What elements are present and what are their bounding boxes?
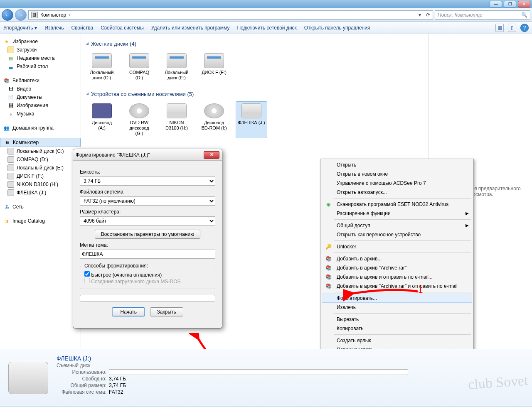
drive-item[interactable]: Локальный диск (E:)	[161, 51, 192, 83]
start-button[interactable]: Начать	[112, 307, 145, 316]
cluster-select[interactable]: 4096 байт	[80, 216, 215, 226]
homegroup-header[interactable]: 👥Домашняя группа	[0, 124, 81, 132]
menu-item-label: Управление с помощью ACDSee Pro 7	[337, 180, 426, 186]
dialog-close-button[interactable]: ✕	[204, 151, 219, 159]
quick-format-checkbox[interactable]: Быстрое (очистка оглавления)	[84, 272, 162, 278]
context-menu-item[interactable]: Открыть автозапуск...	[322, 188, 472, 197]
libraries-header[interactable]: 📚Библиотеки	[0, 76, 81, 85]
context-menu-item[interactable]: Открыть как переносное устройство	[322, 230, 472, 239]
nav-back-button[interactable]: ←	[2, 9, 13, 21]
sidebar-image-catalog[interactable]: ◑Image Catalog	[0, 217, 81, 225]
cd-icon	[129, 103, 149, 118]
view-options-button[interactable]: ▦	[495, 24, 504, 32]
sidebar-video[interactable]: 🎞Видео	[0, 85, 81, 93]
sidebar-drive-j[interactable]: ФЛЕШКА (J:)	[0, 189, 81, 197]
sidebar-documents[interactable]: 📄Документы	[0, 93, 81, 101]
used-label: Использовано:	[57, 369, 106, 375]
capacity-select[interactable]: 3,74 ГБ	[80, 177, 215, 186]
volume-input[interactable]	[80, 250, 215, 259]
catalog-icon: ◑	[3, 218, 10, 224]
context-menu-item[interactable]: Копировать	[322, 324, 472, 333]
close-button[interactable]: ✕	[518, 1, 530, 7]
menu-item-label: Добавить в архив "Archive.rar" и отправи…	[337, 283, 458, 289]
dialog-titlebar[interactable]: Форматирование "ФЛЕШКА (J:)" ✕	[73, 149, 222, 161]
nav-forward-button[interactable]: →	[15, 9, 27, 21]
toolbar: Упорядочить ▾ Извлечь Свойства Свойства …	[0, 22, 532, 34]
context-menu-item[interactable]: 🔑Unlocker	[322, 242, 472, 251]
video-icon: 🎞	[7, 86, 14, 92]
extract-button[interactable]: Извлечь	[44, 25, 64, 31]
uninstall-button[interactable]: Удалить или изменить программу	[151, 25, 230, 31]
close-format-button[interactable]: Закрыть	[150, 307, 183, 316]
breadcrumb-sep: ›	[69, 12, 70, 18]
control-panel-button[interactable]: Открыть панель управления	[304, 25, 370, 31]
context-menu-item[interactable]: Создать ярлык	[322, 336, 472, 345]
properties-button[interactable]: Свойства	[71, 25, 93, 31]
computer-icon: 🖥	[31, 12, 38, 18]
free-value: 3,74 ГБ	[109, 376, 126, 382]
system-properties-button[interactable]: Свойства системы	[101, 25, 144, 31]
context-menu-item[interactable]: 📚Добавить в архив "Archive.rar"	[322, 263, 472, 272]
drive-item[interactable]: Локальный диск (C:)	[86, 51, 118, 83]
fs-value: FAT32	[109, 389, 123, 395]
search-icon[interactable]: 🔍	[521, 12, 527, 18]
context-menu-item[interactable]: 📚Добавить в архив "Archive.rar" и отправ…	[322, 282, 472, 291]
format-options-legend: Способы форматирования:	[84, 263, 148, 269]
sidebar-downloads[interactable]: Загрузки	[0, 46, 81, 54]
context-menu-item[interactable]: ◉Сканировать программой ESET NOD32 Antiv…	[322, 200, 472, 209]
drive-item[interactable]: ФЛЕШКА (J:)	[236, 101, 267, 138]
organize-button[interactable]: Упорядочить ▾	[3, 25, 37, 31]
sidebar-drive-h[interactable]: NIKON D3100 (H:)	[0, 180, 81, 189]
context-menu-item[interactable]: Открыть в новом окне	[322, 169, 472, 179]
sidebar-drive-e[interactable]: Локальный диск (E:)	[0, 164, 81, 172]
sidebar-drive-c[interactable]: Локальный диск (C:)	[0, 147, 81, 155]
context-menu-item[interactable]: Управление с помощью ACDSee Pro 7	[322, 179, 472, 188]
drive-label: NIKON D3100 (H:)	[163, 120, 190, 131]
usb-icon	[241, 103, 261, 118]
context-menu-item[interactable]: 📚Добавить в архив и отправить по e-mail.…	[322, 272, 472, 282]
filesystem-select[interactable]: FAT32 (по умолчанию)	[80, 196, 215, 206]
removable-section-header[interactable]: Устройства со съемными носителями (5)	[86, 91, 423, 97]
drive-item[interactable]: COMPAQ (D:)	[123, 51, 155, 83]
preview-pane-button[interactable]: ▯	[508, 24, 516, 32]
address-dropdown[interactable]: ▾	[419, 12, 421, 18]
sidebar-drive-f[interactable]: ДИСК F (F:)	[0, 172, 81, 180]
sidebar-recent[interactable]: ▤Недавние места	[0, 54, 81, 62]
search-input[interactable]: Поиск: Компьютер 🔍	[435, 10, 530, 20]
context-menu-item[interactable]: Вырезать	[322, 315, 472, 324]
menu-item-label: Unlocker	[337, 244, 356, 250]
menu-item-label: Форматировать...	[337, 295, 377, 301]
context-menu-item[interactable]: Извлечь	[322, 303, 472, 312]
help-button[interactable]: ?	[520, 24, 529, 32]
maximize-button[interactable]: ❐	[504, 1, 516, 7]
breadcrumb-root[interactable]: Компьютер	[40, 12, 66, 18]
sidebar-music[interactable]: ♪Музыка	[0, 110, 81, 118]
context-menu-item[interactable]: Открыть	[322, 160, 472, 169]
drive-item[interactable]: ДИСК F (F:)	[198, 51, 230, 83]
drive-label: Локальный диск (E:)	[163, 70, 190, 81]
sidebar-network[interactable]: 🖧Сеть	[0, 203, 81, 211]
drive-item[interactable]: DVD RW дисковод (G:)	[123, 101, 155, 138]
address-box[interactable]: 🖥 Компьютер › ▾ ⟳	[28, 10, 433, 20]
context-menu-item[interactable]: Расширенные функции▶	[322, 209, 472, 218]
sidebar-pictures[interactable]: 🖼Изображения	[0, 101, 81, 110]
drive-item[interactable]: Дисковод (A:)	[86, 101, 118, 138]
menu-item-icon: 📚	[325, 255, 332, 262]
context-menu-item[interactable]: 📚Добавить в архив...	[322, 254, 472, 263]
sidebar-computer[interactable]: 🖥Компьютер	[0, 138, 81, 147]
refresh-icon[interactable]: ⟳	[426, 12, 430, 18]
sidebar-desktop[interactable]: ▃Рабочий стол	[0, 62, 81, 71]
restore-defaults-button[interactable]: Восстановить параметры по умолчанию	[95, 230, 200, 239]
drive-item[interactable]: Дисковод BD-ROM (I:)	[198, 101, 230, 138]
drive-label: DVD RW дисковод (G:)	[126, 120, 153, 136]
context-menu-item[interactable]: Форматировать...	[322, 294, 472, 303]
favorites-header[interactable]: ★Избранное	[0, 37, 81, 46]
fs-label: Файловая система:	[57, 389, 106, 395]
used-space-bar	[109, 369, 408, 375]
hdd-section-header[interactable]: Жесткие диски (4)	[86, 41, 423, 47]
minimize-button[interactable]: —	[490, 1, 502, 7]
map-drive-button[interactable]: Подключить сетевой диск	[237, 25, 296, 31]
sidebar-drive-d[interactable]: COMPAQ (D:)	[0, 155, 81, 164]
context-menu-item[interactable]: Общий доступ▶	[322, 221, 472, 230]
drive-item[interactable]: NIKON D3100 (H:)	[161, 101, 192, 138]
